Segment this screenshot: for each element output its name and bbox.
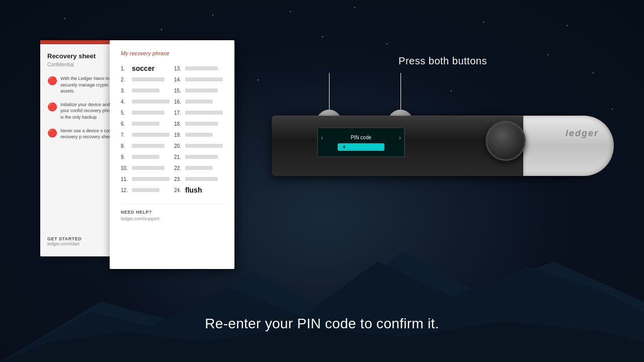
phrase-row-4: 4.	[121, 98, 170, 106]
phrase-num-20: 20.	[174, 143, 185, 149]
screen-title: PIN code	[351, 135, 371, 140]
phrase-row-8: 8.	[121, 142, 170, 150]
phrase-num-1: 1.	[121, 66, 132, 71]
sheet-bottom: GET STARTED ledger.com/start	[47, 236, 82, 246]
phrase-num-2: 2.	[121, 77, 132, 82]
phrase-row-14: 14.	[174, 75, 223, 83]
phrase-blur-4	[132, 100, 170, 104]
phrase-word-24: flush	[185, 186, 202, 194]
phrase-row-17: 17.	[174, 109, 223, 117]
phrase-num-6: 6.	[121, 121, 132, 127]
list-icon: 🔴	[47, 102, 56, 111]
phrase-row-6: 6.	[121, 120, 170, 128]
phrase-row-24: 24. flush	[174, 186, 223, 194]
phrase-row-19: 19.	[174, 131, 223, 139]
phrase-row-3: 3.	[121, 86, 170, 95]
phrase-blur-14	[185, 77, 223, 81]
button-line-left	[329, 73, 330, 111]
phrase-blur-16	[185, 100, 213, 104]
phrase-blur-8	[132, 144, 165, 148]
phrase-num-4: 4.	[121, 99, 132, 105]
phrase-num-14: 14.	[174, 77, 185, 82]
phrase-blur-9	[132, 155, 159, 159]
phrase-row-2: 2.	[121, 75, 170, 83]
phrase-blur-17	[185, 111, 223, 115]
subtitle: Re-enter your PIN code to confirm it.	[0, 316, 644, 332]
phrase-divider	[121, 204, 223, 205]
phrase-blur-18	[185, 122, 218, 126]
phrase-num-21: 21.	[174, 154, 185, 160]
phrase-row-18: 18.	[174, 120, 223, 128]
sheet-url: ledger.com/start	[47, 241, 82, 246]
phrase-blur-21	[185, 155, 218, 159]
phrase-num-22: 22.	[174, 165, 185, 171]
phrase-row-11: 11.	[121, 175, 170, 183]
phrase-num-18: 18.	[174, 121, 185, 127]
phrase-row-22: 22.	[174, 164, 223, 172]
ledger-logo: ledger	[566, 128, 599, 139]
get-started-label: GET STARTED	[47, 236, 82, 241]
phrase-word-1: soccer	[132, 64, 154, 72]
phrase-row-13: 13.	[174, 64, 223, 72]
phrase-blur-11	[132, 177, 170, 181]
phrase-row-9: 9.	[121, 153, 170, 161]
press-both-buttons-label: Press both buttons	[398, 55, 487, 67]
phrase-blur-19	[185, 133, 213, 137]
screen-arrow-left: ‹	[321, 134, 323, 141]
phrase-num-15: 15.	[174, 88, 185, 94]
support-url: ledger.com/support	[121, 216, 223, 221]
phrase-row-20: 20.	[174, 142, 223, 150]
phrase-row-23: 23.	[174, 175, 223, 183]
phrase-col-right: 13. 14. 15. 16. 17. 18.	[174, 64, 223, 197]
phrase-num-24: 24.	[174, 188, 185, 193]
phrase-num-17: 17.	[174, 110, 185, 116]
scroll-wheel	[486, 121, 526, 161]
phrase-row-15: 15.	[174, 86, 223, 95]
phrase-num-9: 9.	[121, 154, 132, 160]
phrase-num-19: 19.	[174, 132, 185, 138]
screen-pin-char: 4	[343, 144, 345, 149]
phrase-row-10: 10.	[121, 164, 170, 172]
phrase-num-16: 16.	[174, 99, 185, 105]
phrase-num-12: 12.	[121, 188, 132, 193]
shield-icon: 🔴	[47, 76, 56, 85]
phrase-blur-2	[132, 77, 165, 81]
phrase-blur-6	[132, 122, 159, 126]
screen-pin-display: 4 _ _ _ _ _ _ _ _	[338, 143, 384, 151]
phrase-row-21: 21.	[174, 153, 223, 161]
phrase-blur-15	[185, 88, 218, 93]
phrase-num-5: 5.	[121, 110, 132, 116]
phrase-blur-5	[132, 111, 165, 115]
phrase-blur-7	[132, 133, 170, 137]
phrase-blur-23	[185, 177, 218, 181]
device-screen: ‹ PIN code › 4 _ _ _ _ _ _ _ _	[317, 127, 405, 157]
phrase-row-12: 12.	[121, 186, 170, 194]
screen-nav: ‹ PIN code ›	[318, 134, 404, 141]
phrase-blur-3	[132, 88, 159, 93]
need-help-label: NEED HELP?	[121, 210, 223, 215]
phrase-col-left: 1. soccer 2. 3. 4. 5. 6.	[121, 64, 170, 197]
phrase-row-5: 5.	[121, 109, 170, 117]
screen-pin-dashes: _ _ _ _ _ _ _ _	[347, 144, 379, 150]
phrase-num-13: 13.	[174, 66, 185, 71]
phrase-num-8: 8.	[121, 143, 132, 149]
phrase-num-7: 7.	[121, 132, 132, 138]
screen-arrow-right: ›	[399, 134, 401, 141]
phrase-num-11: 11.	[121, 176, 132, 182]
phrase-row-7: 7.	[121, 131, 170, 139]
phrase-blur-22	[185, 166, 213, 170]
phrase-blur-20	[185, 144, 223, 148]
phrase-card-title: My recovery phrase	[121, 50, 223, 56]
phrase-blur-10	[132, 166, 165, 170]
phrase-num-10: 10.	[121, 165, 132, 171]
phrase-row-1: 1. soccer	[121, 64, 170, 72]
device-area: Press both buttons ledger ‹ PIN code › 4…	[272, 55, 614, 196]
lock-icon: 🔴	[47, 128, 56, 137]
phrase-blur-12	[132, 188, 159, 192]
phrase-card: My recovery phrase 1. soccer 2. 3. 4. 5.	[110, 40, 234, 269]
phrase-num-23: 23.	[174, 176, 185, 182]
phrase-blur-13	[185, 66, 218, 70]
phrase-columns: 1. soccer 2. 3. 4. 5. 6.	[121, 64, 223, 197]
phrase-row-16: 16.	[174, 98, 223, 106]
phrase-num-3: 3.	[121, 88, 132, 94]
